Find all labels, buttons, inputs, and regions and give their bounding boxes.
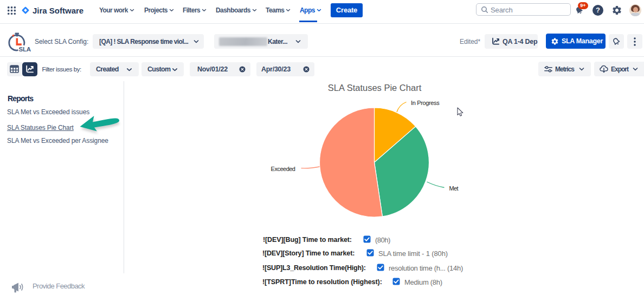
svg-text:Exceeded: Exceeded <box>271 166 295 172</box>
svg-text:SLA: SLA <box>19 46 31 52</box>
svg-text:Met: Met <box>449 185 459 192</box>
svg-text:In Progress: In Progress <box>411 100 440 106</box>
